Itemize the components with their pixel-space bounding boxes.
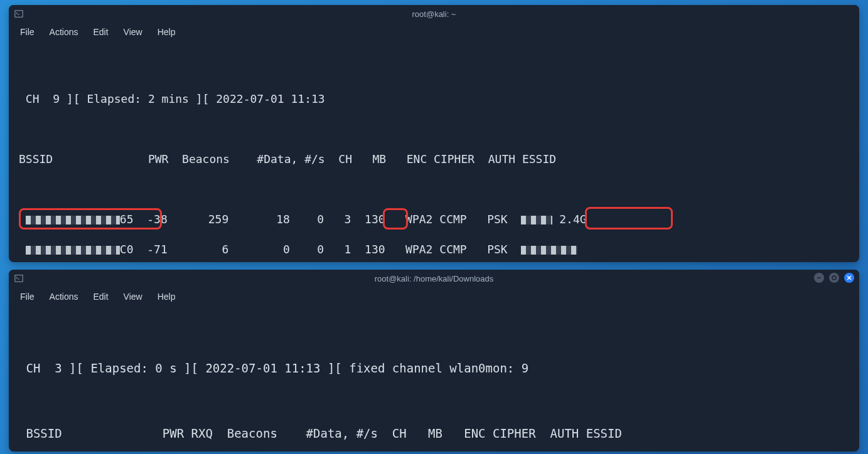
empty-row (19, 182, 849, 197)
essid-redacted (521, 216, 552, 224)
menu-file[interactable]: File (15, 24, 40, 40)
window-title: root@kali: ~ (412, 9, 456, 19)
minimize-button[interactable] (814, 273, 824, 283)
ap-header: BSSID PWR RXQ Beacons #Data, #/s CH MB E… (19, 425, 849, 441)
terminal-output[interactable]: CH 3 ][ Elapsed: 0 s ][ 2022-07-01 11:13… (9, 306, 859, 451)
ch-value: 1 (345, 243, 351, 256)
terminal-output[interactable]: CH 9 ][ Elapsed: 2 mins ][ 2022-07-01 11… (9, 41, 859, 262)
window-controls (814, 273, 854, 283)
maximize-button[interactable] (829, 273, 839, 283)
empty-row (19, 393, 849, 409)
menu-view[interactable]: View (119, 24, 147, 40)
highlight-essid-1 (585, 207, 673, 230)
auth-value: PSK (487, 213, 508, 226)
bssid-redacted (26, 246, 120, 255)
cipher-value: CCMP (439, 243, 466, 256)
menu-help[interactable]: Help (153, 24, 181, 40)
enc-value: WPA2 (405, 243, 432, 256)
terminal-window-2: root@kali: /home/kali/Downloads File Act… (9, 270, 859, 451)
svg-point-3 (832, 276, 836, 280)
menu-edit[interactable]: Edit (88, 289, 113, 304)
auth-value: PSK (487, 243, 508, 256)
ps-value: 0 (317, 213, 324, 226)
menu-file[interactable]: File (15, 289, 40, 304)
menubar: File Actions Edit View Help (9, 287, 859, 306)
ap-header: BSSID PWR Beacons #Data, #/s CH MB ENC C… (19, 152, 849, 167)
svg-rect-0 (15, 11, 23, 18)
essid-redacted (521, 246, 577, 255)
beacons-value: 259 (208, 213, 229, 226)
empty-row (19, 61, 849, 77)
data-value: 0 (283, 243, 290, 256)
pwr-value: -71 (147, 243, 168, 256)
ps-value: 0 (317, 243, 324, 256)
menu-actions[interactable]: Actions (45, 289, 83, 304)
menu-edit[interactable]: Edit (88, 24, 113, 40)
svg-rect-1 (15, 275, 23, 282)
titlebar: root@kali: /home/kali/Downloads (9, 270, 859, 287)
essid-suffix: 2.4G (559, 213, 586, 226)
status-line: CH 3 ][ Elapsed: 0 s ][ 2022-07-01 11:13… (19, 360, 849, 376)
empty-row (19, 122, 849, 137)
empty-row (19, 327, 849, 344)
close-button[interactable] (844, 273, 854, 283)
beacons-value: 6 (222, 243, 228, 256)
window-title: root@kali: /home/kali/Downloads (375, 274, 494, 283)
ap-row: 65 -38 259 18 0 3 130 WPA2 CCMP PSK 2.4G (19, 212, 849, 227)
menubar: File Actions Edit View Help (9, 23, 859, 41)
ap-row: C0 -71 6 0 0 1 130 WPA2 CCMP PSK (19, 242, 849, 257)
titlebar: root@kali: ~ (9, 5, 859, 23)
cipher-value: CCMP (439, 213, 466, 226)
data-value: 18 (276, 213, 290, 226)
menu-help[interactable]: Help (153, 289, 181, 304)
mb-value: 130 (365, 243, 385, 256)
bssid-suffix: 65 (120, 213, 134, 226)
terminal-icon (14, 273, 24, 283)
mb-value: 130 (365, 213, 385, 226)
menu-actions[interactable]: Actions (45, 24, 83, 40)
status-line: CH 9 ][ Elapsed: 2 mins ][ 2022-07-01 11… (19, 92, 849, 107)
highlight-ch-1 (383, 208, 408, 230)
pwr-value: -38 (147, 213, 168, 226)
terminal-icon (14, 9, 24, 19)
terminal-window-1: root@kali: ~ File Actions Edit View Help… (9, 5, 859, 262)
menu-view[interactable]: View (119, 289, 147, 304)
bssid-suffix: C0 (120, 243, 134, 256)
ch-value: 3 (345, 213, 351, 226)
enc-value: WPA2 (405, 213, 432, 226)
bssid-redacted (26, 216, 120, 224)
